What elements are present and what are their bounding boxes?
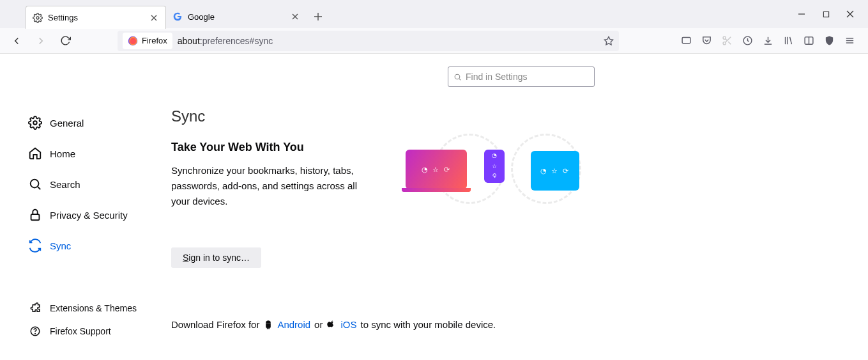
search-icon <box>453 73 462 81</box>
sidebar-item-general[interactable]: General <box>28 107 156 138</box>
sidebar-label: Sync <box>50 240 71 251</box>
svg-line-31 <box>459 79 461 80</box>
minimize-icon[interactable] <box>796 9 807 19</box>
sync-illustration: ◔ ☆ ⟳ ◔ ☆ ⟳ ◔ ☆ ⟳ <box>396 134 600 210</box>
page-title: Sync <box>171 107 842 125</box>
lock-icon <box>28 208 42 222</box>
toolbar: Firefox about:preferences#sync <box>0 28 868 54</box>
puzzle-icon <box>28 301 42 315</box>
ios-link[interactable]: iOS <box>340 319 356 330</box>
bookmark-star-icon[interactable] <box>604 36 614 46</box>
sidebar-label: General <box>50 118 84 129</box>
sidebar-label: Extensions & Themes <box>50 303 137 313</box>
sidebar-label: Home <box>50 148 75 159</box>
svg-point-15 <box>723 42 726 45</box>
library-icon[interactable] <box>782 35 794 47</box>
settings-search-input[interactable] <box>466 72 589 82</box>
device-tablet-icon: ◔ ☆ ⟳ <box>531 151 579 191</box>
sidebar-item-sync[interactable]: Sync <box>28 230 156 261</box>
sign-in-button[interactable]: Sign in to sync… <box>171 247 261 268</box>
sidebar-bottom: Extensions & Themes Firefox Support <box>28 297 156 343</box>
svg-point-32 <box>33 121 37 125</box>
device-laptop-icon: ◔ ☆ ⟳ <box>406 150 467 189</box>
reload-button[interactable] <box>55 31 75 51</box>
svg-point-37 <box>35 333 36 334</box>
sidebar-icon[interactable] <box>803 35 814 47</box>
identity-label: Firefox <box>142 36 167 45</box>
tab-title: Google <box>188 12 290 22</box>
pocket-icon[interactable] <box>701 35 712 47</box>
android-icon <box>263 320 273 330</box>
svg-marker-12 <box>604 36 613 45</box>
shield-icon[interactable] <box>823 35 835 47</box>
tab-strip: Settings Google <box>0 0 868 28</box>
sidebar-item-search[interactable]: Search <box>28 169 156 200</box>
maximize-icon[interactable] <box>821 9 831 19</box>
svg-point-30 <box>455 74 460 79</box>
page-description: Synchronize your bookmarks, history, tab… <box>171 163 363 209</box>
sidebar-item-support[interactable]: Firefox Support <box>28 320 156 343</box>
toolbar-icons <box>680 35 862 47</box>
sidebar-label: Privacy & Security <box>50 210 128 221</box>
identity-box[interactable]: Firefox <box>123 33 172 49</box>
sidebar-label: Firefox Support <box>50 326 111 336</box>
close-window-icon[interactable] <box>845 9 855 19</box>
search-icon <box>28 177 42 191</box>
sidebar-item-extensions[interactable]: Extensions & Themes <box>28 297 156 320</box>
svg-line-24 <box>789 37 791 44</box>
svg-point-33 <box>31 180 39 188</box>
sidebar-item-home[interactable]: Home <box>28 138 156 169</box>
google-icon <box>172 12 183 22</box>
firefox-icon <box>128 36 138 46</box>
svg-rect-35 <box>31 214 40 220</box>
sync-icon <box>28 239 42 253</box>
new-tab-button[interactable] <box>309 8 327 26</box>
tab-title: Settings <box>48 13 149 22</box>
close-tab-icon[interactable] <box>149 13 159 23</box>
sidebar: General Home Search Privacy & Security S… <box>28 107 156 261</box>
home-icon <box>28 146 42 160</box>
svg-line-34 <box>38 187 40 189</box>
history-icon[interactable] <box>742 35 753 47</box>
gear-icon <box>33 13 43 23</box>
window-controls <box>796 0 864 28</box>
forward-button[interactable] <box>31 31 51 51</box>
url-text: about:preferences#sync <box>178 36 598 46</box>
close-tab-icon[interactable] <box>290 12 300 22</box>
tab-settings[interactable]: Settings <box>26 6 166 29</box>
tab-google[interactable]: Google <box>166 5 307 28</box>
url-bar[interactable]: Firefox about:preferences#sync <box>118 31 619 51</box>
back-button[interactable] <box>6 31 27 51</box>
svg-line-17 <box>728 42 731 44</box>
apple-icon <box>326 320 337 330</box>
download-row: Download Firefox for Android or iOS to s… <box>171 319 842 330</box>
download-icon[interactable] <box>762 35 773 47</box>
svg-line-18 <box>725 39 727 41</box>
content-area: General Home Search Privacy & Security S… <box>0 54 868 360</box>
sidebar-item-privacy[interactable]: Privacy & Security <box>28 200 156 230</box>
settings-search[interactable] <box>448 67 595 87</box>
sidebar-label: Search <box>50 179 80 190</box>
svg-rect-13 <box>682 38 690 43</box>
device-phone-icon: ◔ ☆ ⟳ <box>484 150 505 183</box>
gear-icon <box>28 116 42 130</box>
svg-rect-8 <box>823 12 828 17</box>
screen-icon[interactable] <box>680 35 692 47</box>
android-link[interactable]: Android <box>277 319 310 330</box>
scissors-icon[interactable] <box>721 35 733 47</box>
help-icon <box>28 324 42 338</box>
menu-icon[interactable] <box>844 35 855 47</box>
svg-point-0 <box>36 17 39 19</box>
svg-point-14 <box>723 36 726 39</box>
